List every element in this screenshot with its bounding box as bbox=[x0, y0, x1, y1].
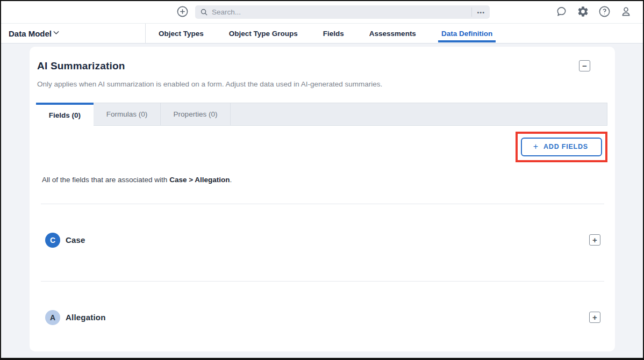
collapse-section-button[interactable]: − bbox=[579, 60, 590, 71]
search-icon bbox=[200, 8, 208, 16]
settings-button[interactable] bbox=[577, 5, 589, 19]
plus-circle-icon bbox=[176, 5, 189, 19]
topbar-action-icons bbox=[555, 5, 632, 19]
nav-tab-fields[interactable]: Fields bbox=[323, 24, 344, 43]
search-input[interactable] bbox=[212, 5, 471, 19]
fields-tab-panel: + ADD FIELDS All of the fields that are … bbox=[30, 126, 615, 351]
object-row-case: C Case + bbox=[41, 204, 604, 261]
nav-tab-assessments[interactable]: Assessments bbox=[369, 24, 416, 43]
account-button[interactable] bbox=[620, 5, 632, 19]
chat-bubble-icon bbox=[555, 5, 568, 19]
help-circle-icon bbox=[598, 5, 611, 19]
chat-button[interactable] bbox=[555, 5, 568, 19]
plus-square-icon: + bbox=[592, 235, 597, 244]
object-row-label: Case bbox=[66, 235, 85, 244]
gear-icon bbox=[577, 5, 589, 19]
description-suffix: . bbox=[230, 176, 232, 184]
object-row-label: Allegation bbox=[66, 313, 106, 322]
minus-square-icon: − bbox=[582, 61, 587, 70]
object-row-allegation: A Allegation + bbox=[41, 282, 604, 339]
case-avatar: C bbox=[45, 233, 60, 248]
app-window: ••• bbox=[0, 0, 644, 360]
data-model-dropdown-label: Data Model bbox=[9, 29, 52, 38]
add-fields-button-label: ADD FIELDS bbox=[543, 143, 588, 150]
add-fields-row: + ADD FIELDS bbox=[41, 132, 604, 162]
user-icon bbox=[620, 5, 632, 19]
description-prefix: All of the fields that are associated wi… bbox=[42, 176, 169, 184]
nav-tab-object-type-groups[interactable]: Object Type Groups bbox=[229, 24, 298, 43]
content-area: AI Summarization − Only applies when AI … bbox=[1, 44, 643, 358]
plus-square-icon: + bbox=[592, 313, 597, 322]
expand-case-button[interactable]: + bbox=[589, 234, 600, 246]
chevron-down-icon bbox=[52, 28, 61, 39]
annotation-highlight-box: + ADD FIELDS bbox=[516, 132, 607, 162]
nav-tabs: Object Types Object Type Groups Fields A… bbox=[159, 24, 492, 43]
search-bar[interactable]: ••• bbox=[195, 5, 490, 19]
nav-bar: Data Model Object Types Object Type Grou… bbox=[1, 24, 643, 44]
tab-formulas[interactable]: Formulas (0) bbox=[94, 103, 161, 126]
data-model-dropdown[interactable]: Data Model bbox=[1, 24, 145, 43]
tab-properties[interactable]: Properties (0) bbox=[161, 103, 231, 126]
nav-tab-object-types[interactable]: Object Types bbox=[159, 24, 204, 43]
expand-allegation-button[interactable]: + bbox=[589, 312, 600, 323]
add-fields-button[interactable]: + ADD FIELDS bbox=[521, 138, 602, 156]
nav-divider bbox=[145, 24, 146, 43]
page-title: AI Summarization bbox=[37, 60, 125, 72]
fields-description: All of the fields that are associated wi… bbox=[41, 176, 604, 184]
nav-tab-data-definition[interactable]: Data Definition bbox=[441, 24, 492, 43]
tab-fields[interactable]: Fields (0) bbox=[36, 103, 94, 126]
ai-summarization-card: AI Summarization − Only applies when AI … bbox=[30, 47, 615, 351]
search-options-button[interactable]: ••• bbox=[472, 5, 490, 19]
card-tabstrip: Fields (0) Formulas (0) Properties (0) bbox=[36, 103, 607, 126]
plus-icon: + bbox=[533, 143, 539, 150]
allegation-avatar: A bbox=[45, 310, 60, 325]
help-button[interactable] bbox=[598, 5, 611, 19]
tabstrip-filler bbox=[231, 103, 607, 126]
description-path: Case > Allegation bbox=[169, 176, 230, 184]
card-header: AI Summarization − bbox=[30, 47, 615, 72]
quick-add-button[interactable] bbox=[176, 5, 189, 19]
top-bar: ••• bbox=[1, 1, 643, 24]
card-subtitle: Only applies when AI summarization is en… bbox=[30, 80, 615, 88]
